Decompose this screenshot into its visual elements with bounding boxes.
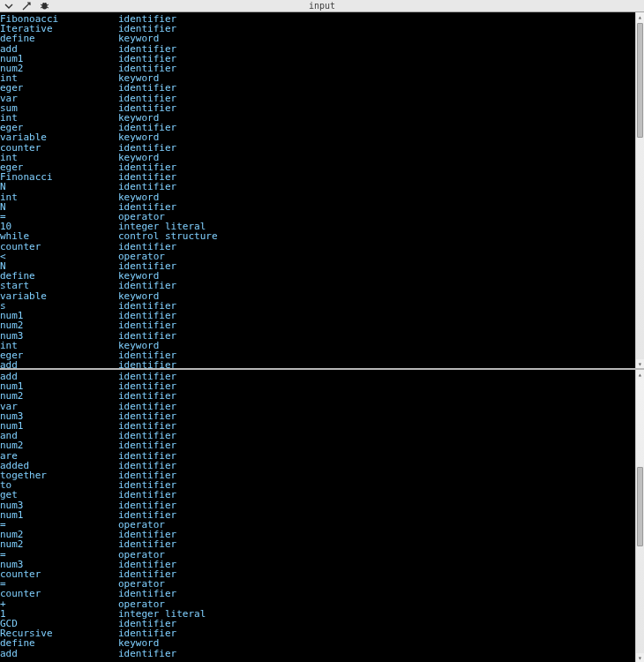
- token-row: =operator: [0, 550, 644, 560]
- token-text: +: [0, 599, 118, 609]
- token-text: num2: [0, 391, 118, 401]
- token-row: variablekeyword: [0, 132, 644, 142]
- token-kind: identifier: [118, 440, 176, 450]
- token-row: =operator: [0, 520, 644, 530]
- token-text: Finonacci: [0, 172, 118, 182]
- svg-point-0: [41, 4, 47, 10]
- token-kind: identifier: [118, 360, 176, 370]
- token-text: num3: [0, 331, 118, 341]
- bottom-pane-content: addidentifiernum1identifiernum2identifie…: [0, 370, 644, 660]
- token-text: add: [0, 649, 118, 658]
- bug-icon[interactable]: [39, 1, 49, 11]
- token-row: +operator: [0, 599, 644, 609]
- token-row: andidentifier: [0, 431, 644, 440]
- token-row: counteridentifier: [0, 242, 644, 252]
- svg-point-5: [42, 3, 44, 4]
- scroll-down-icon[interactable]: ▾: [636, 653, 644, 662]
- token-row: addidentifier: [0, 44, 644, 54]
- token-row: num3identifier: [0, 411, 644, 421]
- scroll-up-icon[interactable]: ▴: [636, 370, 644, 379]
- svg-line-2: [47, 4, 49, 5]
- token-kind: identifier: [118, 539, 176, 549]
- top-scrollbar-thumb[interactable]: [637, 23, 643, 138]
- top-scrollbar[interactable]: ▴ ▾: [635, 12, 644, 368]
- token-row: num1identifier: [0, 381, 644, 391]
- token-text: sum: [0, 103, 118, 113]
- toolbar-title: input: [0, 1, 644, 11]
- token-row: addidentifier: [0, 372, 644, 381]
- token-row: num3identifier: [0, 331, 644, 341]
- bottom-scrollbar[interactable]: ▴ ▾: [635, 370, 644, 662]
- token-row: togetheridentifier: [0, 470, 644, 480]
- token-row: varidentifier: [0, 94, 644, 103]
- token-text: N: [0, 202, 118, 212]
- token-row: counteridentifier: [0, 569, 644, 579]
- token-row: intkeyword: [0, 192, 644, 202]
- token-text: =: [0, 212, 118, 222]
- token-row: num2identifier: [0, 64, 644, 73]
- expand-icon[interactable]: [21, 1, 32, 11]
- token-row: 1integer literal: [0, 609, 644, 619]
- token-row: definekeyword: [0, 638, 644, 648]
- token-text: num2: [0, 320, 118, 330]
- token-text: N: [0, 182, 118, 192]
- svg-line-3: [41, 7, 42, 8]
- token-kind: identifier: [118, 281, 176, 290]
- token-row: definekeyword: [0, 34, 644, 43]
- top-pane: FibonoacciidentifierIterativeidentifierd…: [0, 12, 644, 370]
- token-text: counter: [0, 569, 118, 579]
- chevron-down-icon[interactable]: [4, 1, 14, 11]
- token-row: num1identifier: [0, 311, 644, 320]
- token-row: egeridentifier: [0, 350, 644, 360]
- token-text: variable: [0, 132, 118, 142]
- bottom-pane: addidentifiernum1identifiernum2identifie…: [0, 370, 644, 662]
- token-row: =operator: [0, 212, 644, 222]
- token-row: addidentifier: [0, 649, 644, 658]
- token-kind: identifier: [118, 391, 176, 401]
- token-row: num1identifier: [0, 510, 644, 520]
- token-row: toidentifier: [0, 480, 644, 490]
- token-kind: control structure: [118, 231, 218, 241]
- token-row: addedidentifier: [0, 461, 644, 470]
- bottom-scrollbar-thumb[interactable]: [637, 467, 643, 546]
- token-row: num2identifier: [0, 391, 644, 401]
- token-kind: identifier: [118, 649, 176, 658]
- token-row: Fibonoacciidentifier: [0, 14, 644, 24]
- token-row: intkeyword: [0, 113, 644, 123]
- token-text: 1: [0, 609, 118, 619]
- token-row: sidentifier: [0, 301, 644, 311]
- token-text: eger: [0, 350, 118, 360]
- scroll-down-icon[interactable]: ▾: [636, 359, 644, 368]
- svg-line-4: [47, 7, 49, 8]
- token-kind: keyword: [118, 132, 159, 142]
- token-row: whilecontrol structure: [0, 231, 644, 241]
- token-text: num2: [0, 64, 118, 73]
- token-text: num1: [0, 510, 118, 520]
- token-row: Recursiveidentifier: [0, 628, 644, 638]
- token-row: areidentifier: [0, 451, 644, 461]
- token-text: counter: [0, 589, 118, 598]
- panes: FibonoacciidentifierIterativeidentifierd…: [0, 12, 644, 662]
- token-text: define: [0, 34, 118, 43]
- token-kind: identifier: [118, 589, 176, 598]
- token-text: eger: [0, 83, 118, 93]
- token-row: intkeyword: [0, 341, 644, 350]
- token-text: counter: [0, 143, 118, 153]
- token-row: startidentifier: [0, 281, 644, 290]
- token-row: sumidentifier: [0, 103, 644, 113]
- token-row: Nidentifier: [0, 182, 644, 192]
- token-text: num2: [0, 539, 118, 549]
- token-row: Nidentifier: [0, 202, 644, 212]
- scroll-up-icon[interactable]: ▴: [636, 12, 644, 21]
- svg-line-1: [41, 4, 42, 5]
- token-kind: keyword: [118, 34, 159, 43]
- token-row: num2identifier: [0, 320, 644, 330]
- token-text: get: [0, 490, 118, 500]
- token-row: =operator: [0, 579, 644, 589]
- token-row: getidentifier: [0, 490, 644, 500]
- token-kind: identifier: [118, 320, 176, 330]
- token-text: int: [0, 192, 118, 202]
- token-text: while: [0, 231, 118, 241]
- token-row: num2identifier: [0, 530, 644, 539]
- token-text: <: [0, 252, 118, 261]
